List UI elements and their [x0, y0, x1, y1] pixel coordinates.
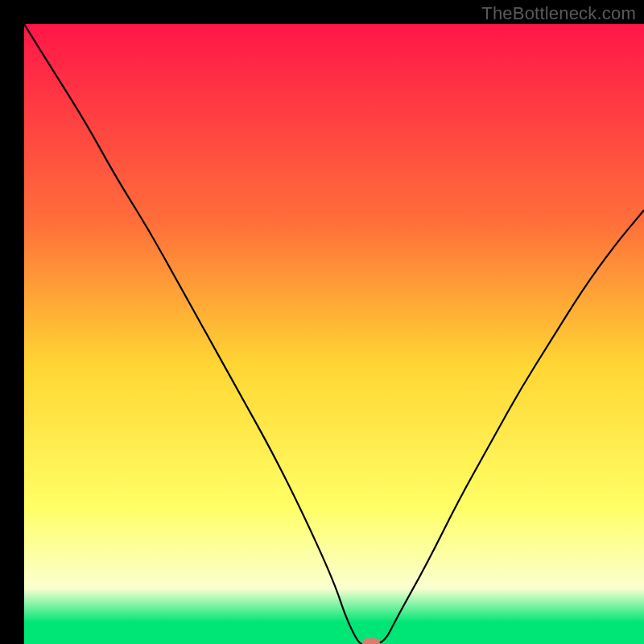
gradient-background: [24, 24, 644, 644]
chart-svg: [24, 24, 644, 644]
optimal-marker: [362, 638, 380, 644]
watermark-text: TheBottleneck.com: [481, 3, 636, 24]
plot-area: [24, 24, 644, 644]
chart-frame: TheBottleneck.com: [0, 0, 644, 644]
